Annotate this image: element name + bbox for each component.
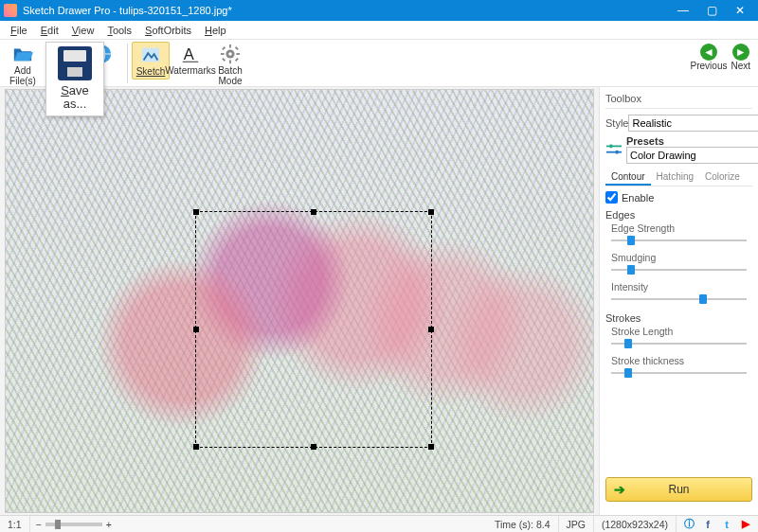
svg-rect-19 [610, 145, 613, 149]
svg-rect-9 [229, 60, 231, 63]
twitter-icon[interactable]: t [720, 518, 733, 531]
strokes-group: Strokes [605, 312, 752, 324]
info-icon[interactable]: ⓘ [682, 518, 695, 531]
image-canvas[interactable] [5, 89, 594, 513]
handle-br[interactable] [428, 444, 434, 450]
presets-label: Presets [626, 135, 758, 147]
handle-tm[interactable] [311, 209, 316, 215]
title-bar: Sketch Drawer Pro - tulips-320151_1280.j… [0, 0, 758, 21]
menu-edit[interactable]: Edit [34, 23, 65, 38]
zoom-slider[interactable]: − + [30, 519, 117, 530]
canvas-area[interactable] [0, 87, 599, 515]
smudging-label: Smudging [611, 252, 752, 263]
tab-contour[interactable]: Contour [605, 169, 651, 186]
svg-rect-15 [222, 58, 226, 62]
close-button[interactable]: ✕ [726, 0, 754, 21]
style-select[interactable] [628, 115, 758, 132]
menu-view[interactable]: View [65, 23, 101, 38]
stroke-thickness-slider[interactable] [611, 366, 747, 380]
selection-rect[interactable] [195, 211, 432, 448]
style-label: Style [605, 117, 628, 129]
tab-hatching[interactable]: Hatching [651, 169, 699, 186]
facebook-icon[interactable]: f [701, 518, 714, 531]
intensity-label: Intensity [611, 281, 752, 293]
add-files-label: Add File(s) [4, 65, 42, 86]
svg-point-16 [228, 52, 232, 56]
edges-group: Edges [605, 209, 752, 221]
stroke-length-slider[interactable] [611, 337, 747, 350]
svg-rect-13 [235, 58, 239, 62]
menu-file[interactable]: File [4, 23, 34, 38]
menu-help[interactable]: Help [198, 23, 233, 38]
separator [127, 44, 128, 83]
handle-tr[interactable] [428, 209, 434, 215]
svg-rect-12 [222, 46, 226, 50]
time-status: Time (s): 8.4 [487, 516, 559, 532]
toolbox-panel: Toolbox Style ▾ Presets ⌄ Contour Hatchi… [599, 87, 758, 515]
next-button[interactable]: ► Next [731, 44, 750, 71]
watermarks-button[interactable]: A Watermarks [171, 42, 209, 78]
handle-ml[interactable] [193, 327, 199, 332]
watermarks-label: Watermarks [165, 65, 216, 76]
previous-label: Previous [691, 61, 728, 71]
handle-tl[interactable] [193, 209, 199, 215]
next-label: Next [731, 61, 750, 71]
presets-select[interactable] [626, 147, 758, 164]
menu-tools[interactable]: Tools [100, 23, 138, 38]
status-bar: 1:1 − + Time (s): 8.4 JPG (1280x923x24) … [0, 515, 758, 532]
run-button[interactable]: ➔ Run [605, 477, 752, 502]
style-row: Style ▾ [605, 115, 752, 132]
minimize-button[interactable]: ― [669, 0, 697, 21]
gear-icon [220, 44, 241, 64]
stroke-length-label: Stroke Length [611, 326, 752, 337]
folder-open-icon [12, 44, 33, 64]
sketch-icon [140, 44, 161, 65]
enable-checkbox[interactable]: Enable [605, 191, 752, 204]
svg-rect-8 [229, 44, 231, 48]
intensity-slider[interactable] [611, 293, 747, 306]
play-icon: ➔ [614, 482, 625, 497]
sketch-label: Sketch [136, 66, 166, 77]
batch-mode-button[interactable]: Batch Mode [211, 42, 249, 88]
handle-bl[interactable] [193, 444, 199, 450]
menu-softorbits[interactable]: SoftOrbits [138, 23, 198, 38]
edge-strength-label: Edge Strength [611, 222, 752, 234]
previous-button[interactable]: ◄ Previous [691, 44, 728, 71]
youtube-icon[interactable]: ▶ [739, 518, 752, 531]
tab-colorize[interactable]: Colorize [699, 169, 746, 186]
menu-bar: File Edit View Tools SoftOrbits Help [0, 21, 758, 40]
enable-label: Enable [622, 192, 654, 204]
zoom-ratio: 1:1 [0, 516, 30, 532]
dims-status: (1280x923x24) [594, 516, 677, 532]
enable-checkbox-input[interactable] [605, 191, 618, 204]
workspace: Toolbox Style ▾ Presets ⌄ Contour Hatchi… [0, 87, 758, 515]
zoom-out-icon[interactable]: − [36, 519, 42, 530]
presets-row: Presets ⌄ [605, 135, 752, 164]
svg-rect-14 [235, 46, 239, 50]
svg-rect-10 [221, 53, 225, 55]
toolbox-title: Toolbox [605, 91, 752, 109]
save-icon [58, 46, 92, 80]
window-title: Sketch Drawer Pro - tulips-320151_1280.j… [23, 5, 669, 16]
arrow-left-icon: ◄ [700, 44, 717, 61]
text-icon: A [180, 44, 201, 64]
svg-rect-20 [616, 151, 619, 154]
nav-buttons: ◄ Previous ► Next [691, 44, 750, 71]
sketch-button[interactable]: Sketch [132, 42, 170, 80]
app-icon [4, 4, 17, 17]
zoom-in-icon[interactable]: + [106, 519, 112, 530]
edge-strength-slider[interactable] [611, 234, 747, 247]
svg-rect-11 [236, 53, 240, 55]
toolbar: Add File(s) Save as Sketch A Watermarks … [0, 40, 758, 87]
social-links: ⓘ f t ▶ [677, 518, 758, 531]
add-files-button[interactable]: Add File(s) [4, 42, 42, 88]
smudging-slider[interactable] [611, 263, 747, 276]
handle-mr[interactable] [428, 327, 434, 332]
batch-mode-label: Batch Mode [211, 65, 249, 86]
maximize-button[interactable]: ▢ [697, 0, 726, 21]
save-as-popup-label: Save as... [50, 84, 99, 112]
svg-text:A: A [184, 45, 194, 62]
save-as-dropdown[interactable]: Save as... [45, 42, 104, 116]
handle-bm[interactable] [311, 444, 316, 450]
sliders-icon [605, 141, 623, 158]
